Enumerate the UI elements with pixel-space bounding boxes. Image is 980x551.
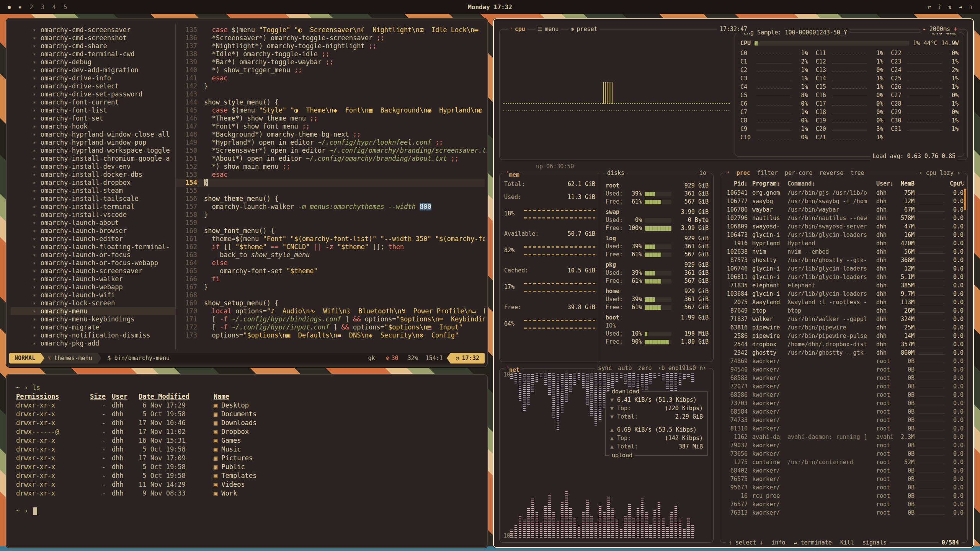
file-list-item[interactable]: ∗omarchy-install-steam [11,187,175,195]
process-row[interactable]: 102638nvimnvim --embeddhh56M0.0 [724,248,964,256]
tab-cpu[interactable]: ¹cpu [508,25,528,33]
mem-title[interactable]: ²mem [504,169,522,179]
file-list-item[interactable]: ∗omarchy-cmd-terminal-cwd [11,50,175,58]
file-list-item[interactable]: ∗omarchy-cmd-screensaver [11,26,175,34]
process-row[interactable]: 106473glycin-i/usr/lib/glycin-loadersdhh… [724,231,964,239]
interval-decrease-button[interactable]: - [923,25,926,33]
file-list-item[interactable]: ∗omarchy-cmd-share [11,42,175,50]
code-pane[interactable]: 135 case $(menu "Toggle" "◐ Screensaver\… [176,24,485,350]
process-row[interactable]: 16rcu_preeroot0B0.0 [724,492,964,500]
file-list-item[interactable]: ∗omarchy-install-chromium-google-a [11,155,175,163]
workspace-4[interactable]: 4 [52,3,56,11]
net-control-sync[interactable]: sync [598,364,612,372]
bluetooth-icon[interactable]: ᛒ [938,3,941,10]
proc-key[interactable]: signals [862,539,887,547]
process-row[interactable]: 106777swaybg/usr/bin/swaybg -i /homdhh12… [724,197,964,205]
process-row[interactable]: 81310kworker/root0B0.0 [724,424,964,433]
process-row[interactable]: 76575kworker/root0B0.0 [724,475,964,483]
process-row[interactable]: 74869kworker/root0B0.0 [724,357,964,365]
file-list-item[interactable]: ∗omarchy-pkg-add [11,339,175,347]
file-list-item[interactable]: ∗omarchy-hyprland-window-pop [11,139,175,147]
proc-option-reverse[interactable]: reverse [819,169,843,177]
process-row[interactable]: 73703kworker/root0B0.0 [724,399,964,408]
workspace-3[interactable]: 3 [41,3,45,11]
proc-column-header[interactable]: Program: [752,180,787,188]
proc-key[interactable]: ↵ terminate [794,539,831,547]
interval-increase-button[interactable]: + [954,25,957,33]
scrollbar-thumb[interactable] [964,189,966,210]
file-list-item[interactable]: ∗omarchy-launch-or-focus-webapp [11,259,175,267]
file-list-item[interactable]: ∗omarchy-launch-browser [11,227,175,235]
file-list-item[interactable]: ∗omarchy-drive-set-password [11,90,175,98]
file-list-item[interactable]: ∗omarchy-install-dropbox [11,179,175,187]
process-row[interactable]: 102796nautilus/usr/bin/nautilus --newdhh… [724,214,964,222]
process-row[interactable]: 68402kworker/root0B0.0 [724,466,964,475]
proc-nav[interactable]: ‹ cpu lazy › [917,169,963,177]
proc-option-tree[interactable]: tree [850,169,864,177]
file-list-item[interactable]: ∗omarchy-launch-screensaver [11,267,175,275]
file-list-item[interactable]: ∗omarchy-install-terminal [11,203,175,211]
process-row[interactable]: 71835elephantelephantdhh385M0.0 [724,281,964,290]
process-row[interactable]: 79032kworker/root0B0.0 [724,441,964,450]
file-list-item[interactable]: ∗omarchy-launch-or-focus [11,251,175,259]
process-row[interactable]: 68583kworker/root0B0.0 [724,374,964,382]
file-list-item[interactable]: ∗omarchy-install-docker-dbs [11,171,175,179]
proc-key[interactable]: Kill [840,539,854,547]
file-list-item[interactable]: ∗omarchy-font-set [11,114,175,122]
process-row[interactable]: 94540kworker/root0B0.0 [724,365,964,374]
proc-column-header[interactable]: Pid: [724,180,752,188]
tab-proc[interactable]: proc [737,169,750,177]
file-list-item[interactable]: ∗omarchy-dev-add-migration [11,66,175,74]
workspace-5[interactable]: 5 [64,3,67,11]
file-list-item[interactable]: ∗omarchy-menu [11,307,175,315]
volume-icon[interactable]: ◄ [959,3,962,10]
process-row[interactable]: 68586kworker/root0B0.0 [724,391,964,399]
file-list-item[interactable]: ∗omarchy-launch-floating-terminal- [11,243,175,251]
proc-column-header[interactable]: User: [876,180,896,188]
net-control-zero[interactable]: zero [638,364,652,372]
file-list-item[interactable]: ∗omarchy-migrate [11,323,175,331]
terminal-content[interactable]: ~ › ls PermissionsSizeUserDate ModifiedN… [16,383,480,540]
file-list-item[interactable]: ∗omarchy-debug [11,58,175,66]
net-control-benp191s0n[interactable]: ‹b enp191s0 n› [658,364,706,372]
process-row[interactable]: 106809swayosd-/usr/bin/swayosd-serverdhh… [724,222,964,231]
proc-option-filter[interactable]: filter [757,169,778,177]
process-row[interactable]: 74733kworker/root0B0.0 [724,416,964,424]
preset-button[interactable]: ✱preset [568,25,599,33]
process-row[interactable]: 63816pipewire/usr/bin/pipewiredhh25M0.0 [724,323,964,332]
net-control-auto[interactable]: auto [618,364,632,372]
process-row[interactable]: 71837walker/usr/bin/walker --gappldhh324… [724,315,964,323]
io-toggle[interactable]: io [697,169,709,177]
network-icon[interactable]: ⇅ [948,3,952,10]
process-row[interactable]: 106746glycin-i/usr/lib/glycin-loadersdhh… [724,264,964,273]
file-list-item[interactable]: ∗omarchy-drive-info [11,74,175,82]
file-list-item[interactable]: ∗omarchy-notification-dismiss [11,331,175,339]
proc-column-header[interactable]: Command: [787,180,876,188]
file-list-item[interactable]: ∗omarchy-launch-wifi [11,291,175,299]
file-list-item[interactable]: ∗omarchy-drive-select [11,82,175,90]
process-row[interactable]: 87649btopbtopdhh26M0.0 [724,306,964,315]
process-row[interactable]: 73656kworker/root0B0.0 [724,450,964,458]
process-row[interactable]: 106811glycin-i/usr/lib/glycin-loadersdhh… [724,273,964,281]
process-row[interactable]: 2342ghostty/usr/bin/ghostty --gtk-dhh860… [724,349,964,357]
file-list-item[interactable]: ∗omarchy-install-dev-env [11,163,175,171]
process-row[interactable]: 106541org.gnom/usr/bin/gjs /usr/lib/odhh… [724,189,964,197]
file-list-item[interactable]: ∗omarchy-launch-walker [11,275,175,283]
process-row[interactable]: 1916HyprlandHyprlanddhh420M0.0 [724,239,964,248]
proc-key[interactable]: ↑ select ↓ [728,539,763,547]
file-list-item[interactable]: ∗omarchy-menu-keybindings [11,315,175,323]
process-row[interactable]: 87573ghostty/usr/bin/ghostty --gtk-dhh36… [724,256,964,264]
screenshare-icon[interactable]: ⇄ [928,3,931,10]
file-list-item[interactable]: ∗omarchy-hyprland-window-close-all [11,130,175,139]
process-row[interactable]: 72073kworker/root0B0.0 [724,382,964,391]
file-list[interactable]: ∗omarchy-cmd-screensaver∗omarchy-cmd-scr… [11,24,175,350]
file-list-item[interactable]: ∗omarchy-font-current [11,98,175,106]
process-row[interactable]: 76313kworker/root0B0.0 [724,509,964,517]
file-list-item[interactable]: ∗omarchy-font-list [11,106,175,114]
file-list-item[interactable]: ∗omarchy-launch-editor [11,235,175,243]
file-list-item[interactable]: ∗omarchy-launch-about [11,219,175,227]
proc-column-header[interactable]: Cpu% [948,180,964,188]
process-table[interactable]: 106541org.gnom/usr/bin/gjs /usr/lib/odhh… [724,189,964,535]
proc-key[interactable]: info [771,539,785,547]
process-row[interactable]: 2075XwaylandXwayland :1 -rootless -dhh11… [724,298,964,306]
